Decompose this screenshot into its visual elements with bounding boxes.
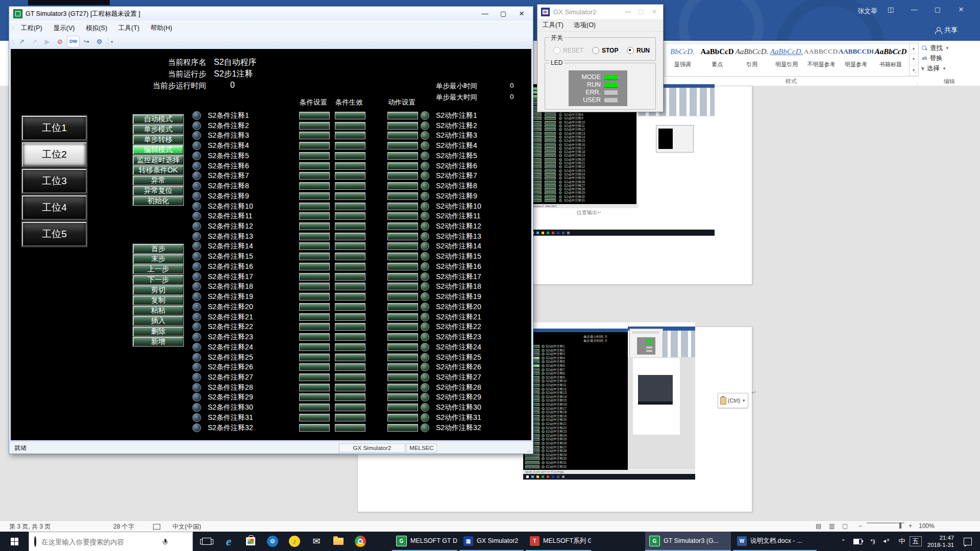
zoom-level[interactable]: 100% <box>919 522 935 530</box>
action-set-indicator[interactable] <box>387 323 418 331</box>
chrome-icon[interactable] <box>354 535 367 548</box>
edge-icon[interactable]: e <box>222 535 235 548</box>
read-mode-icon[interactable]: ▤ <box>816 522 821 530</box>
action-set-indicator[interactable] <box>387 242 418 250</box>
clock[interactable]: 21:472018-1-31 <box>925 532 957 551</box>
action-set-indicator[interactable] <box>387 203 418 210</box>
condition-set-indicator[interactable] <box>299 192 330 200</box>
condition-set-indicator[interactable] <box>299 152 330 160</box>
action-set-indicator[interactable] <box>387 293 418 300</box>
action-set-indicator[interactable] <box>387 384 418 391</box>
word-account-name[interactable]: 张文举 <box>857 7 877 16</box>
paste-options-button[interactable]: (Ctrl) ▼ <box>718 393 748 408</box>
toolbar-grip-icon[interactable]: ⁞ <box>12 25 13 31</box>
action-set-indicator[interactable] <box>387 414 418 421</box>
zoom-slider[interactable] <box>867 522 904 523</box>
condition-set-indicator[interactable] <box>299 142 330 149</box>
script-monitor-icon[interactable]: ↪ <box>81 36 92 47</box>
action-set-indicator[interactable] <box>387 354 418 361</box>
action-set-indicator[interactable] <box>387 333 418 341</box>
hmi-screen[interactable]: 当前程序名S2自动程序当前运行步S2步1注释当前步运行时间0单步最小时间0单步最… <box>11 49 531 440</box>
condition-set-indicator[interactable] <box>299 233 330 240</box>
action-set-indicator[interactable] <box>387 343 418 351</box>
editing-替换[interactable]: ab替换 <box>922 53 977 63</box>
action-set-indicator[interactable] <box>387 393 418 401</box>
gx-menu-item-1[interactable]: 工具(T) <box>537 19 569 31</box>
taskbar-button-2[interactable]: ▥GX Simulator2 <box>459 532 524 551</box>
radio-stop[interactable]: STOP <box>592 47 618 54</box>
action-set-indicator[interactable] <box>387 303 418 311</box>
style-item-显强调[interactable]: BbCcD.显强调 <box>665 43 700 76</box>
gt-menu-item-3[interactable]: 模拟(S) <box>80 22 113 34</box>
task-view-icon[interactable] <box>200 535 213 548</box>
gt-title-bar[interactable]: GT Simulator3 (GT27) [工程标题未设置 ] <box>9 7 533 21</box>
share-button[interactable]: 共享 <box>935 22 977 38</box>
action-set-indicator[interactable] <box>387 122 418 130</box>
condition-set-indicator[interactable] <box>299 293 330 300</box>
condition-set-indicator[interactable] <box>299 363 330 371</box>
action-set-indicator[interactable] <box>387 233 418 240</box>
condition-set-indicator[interactable] <box>299 283 330 290</box>
action-set-indicator[interactable] <box>387 142 418 149</box>
microphone-icon[interactable] <box>163 539 167 545</box>
word-close-button[interactable]: ✕ <box>952 4 970 15</box>
action-set-indicator[interactable] <box>387 253 418 260</box>
store-icon[interactable] <box>244 535 257 548</box>
toolbar-grip-icon[interactable]: ⁞ <box>12 39 13 45</box>
style-gallery-scrollbar[interactable]: ▲ ▼ ▼̲ <box>909 43 918 76</box>
condition-set-indicator[interactable] <box>299 424 330 432</box>
gx-minimize-button[interactable]: — <box>621 7 634 16</box>
gt-close-button[interactable]: ✕ <box>512 9 531 19</box>
web-layout-icon[interactable]: ▢ <box>842 522 848 530</box>
action-set-indicator[interactable] <box>387 182 418 190</box>
style-gallery[interactable]: BbCcD.显强调AaBbCcD要点AaBbCcD.引用AaBbCcD.明显引用… <box>665 43 919 77</box>
action-set-indicator[interactable] <box>387 273 418 281</box>
gt-menu-item-5[interactable]: 帮助(H) <box>145 22 178 34</box>
ime-mode-indicator[interactable]: 五 <box>910 536 922 546</box>
style-item-要点[interactable]: AaBbCcD要点 <box>700 43 734 76</box>
action-set-indicator[interactable] <box>387 212 418 220</box>
action-set-indicator[interactable] <box>387 192 418 200</box>
wifi-icon[interactable]: *⸩ <box>867 532 879 551</box>
action-set-indicator[interactable] <box>387 112 418 119</box>
tray-chevron-icon[interactable]: ⌃ <box>838 532 848 551</box>
page-indicator[interactable]: 第 3 页, 共 3 页 <box>9 522 51 531</box>
condition-set-indicator[interactable] <box>299 122 330 130</box>
print-layout-icon[interactable]: ▥ <box>829 522 835 530</box>
resize-grip-icon[interactable]: ⣠ <box>527 446 531 452</box>
proofing-icon[interactable] <box>153 524 160 530</box>
action-set-indicator[interactable] <box>387 172 418 180</box>
word-count[interactable]: 28 个字 <box>113 522 134 531</box>
condition-set-indicator[interactable] <box>299 313 330 321</box>
gx-menu-item-2[interactable]: 选项(O) <box>569 19 601 31</box>
option-setup-icon[interactable]: ⚙ <box>93 36 105 47</box>
condition-set-indicator[interactable] <box>299 343 330 351</box>
action-set-indicator[interactable] <box>387 363 418 371</box>
gallery-scroll-down-icon[interactable]: ▼ <box>910 54 918 65</box>
gx-close-button[interactable]: ✕ <box>648 7 661 16</box>
folder-icon[interactable] <box>332 535 345 548</box>
gallery-scroll-up-icon[interactable]: ▲ <box>910 43 918 54</box>
word-restore-button[interactable]: ▢ <box>929 4 946 15</box>
editing-选择[interactable]: 选择▼ <box>922 63 977 73</box>
condition-set-indicator[interactable] <box>299 333 330 341</box>
word-minimize-button[interactable]: — <box>905 4 923 15</box>
zoom-in-icon[interactable]: + <box>909 522 912 530</box>
simulate-start-disabled-icon[interactable]: ▶ <box>41 36 53 47</box>
condition-set-indicator[interactable] <box>299 222 330 230</box>
condition-set-indicator[interactable] <box>299 132 330 139</box>
action-set-indicator[interactable] <box>387 313 418 321</box>
style-item-明显引用[interactable]: AaBbCcD.明显引用 <box>769 43 804 76</box>
volume-muted-icon[interactable] <box>881 532 893 551</box>
action-set-indicator[interactable] <box>387 283 418 290</box>
editing-查找[interactable]: 查找▼ <box>922 43 977 53</box>
condition-set-indicator[interactable] <box>299 162 330 170</box>
action-center-icon[interactable] <box>962 532 974 551</box>
taskbar-button-5[interactable]: W说明文档.docx - ... <box>733 532 817 551</box>
action-set-indicator[interactable] <box>387 373 418 381</box>
action-set-indicator[interactable] <box>387 263 418 270</box>
simulate-stop-icon[interactable]: ⊘ <box>54 36 66 47</box>
action-set-indicator[interactable] <box>387 424 418 432</box>
open-project-icon[interactable]: ↗ <box>16 36 28 47</box>
condition-set-indicator[interactable] <box>299 303 330 311</box>
